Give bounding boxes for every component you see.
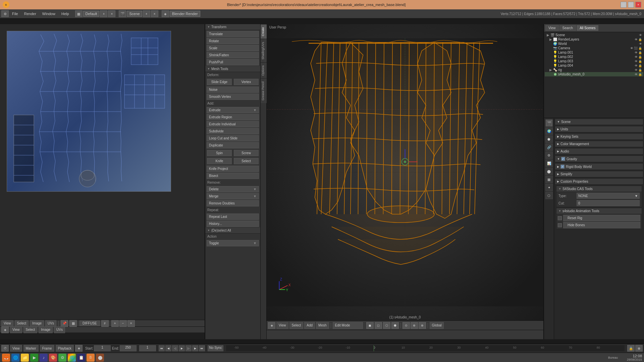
media-player-icon[interactable]: ▶: [30, 354, 38, 362]
extrude-region-btn[interactable]: Extrude Region: [207, 114, 259, 120]
layout-add[interactable]: +: [100, 10, 107, 17]
props-physics-icon[interactable]: ⬡: [545, 192, 553, 199]
app6-icon[interactable]: ⚙: [58, 354, 66, 362]
vp-view-btn[interactable]: View: [276, 322, 288, 329]
scene-add[interactable]: +: [143, 10, 150, 17]
lamp004-eye[interactable]: 👁: [635, 64, 638, 67]
scale-btn[interactable]: Scale: [207, 45, 259, 51]
audio-section-header[interactable]: ▶ Audio: [555, 148, 643, 155]
props-modifiers-icon[interactable]: ⚙: [545, 152, 553, 159]
camera-lock[interactable]: 🔒: [638, 47, 642, 50]
noise-btn[interactable]: Noise: [207, 86, 259, 93]
tree-item-renderlayers[interactable]: ▶ ⬜ RenderLayers 👁 🔒: [545, 37, 643, 42]
lamp004-lock[interactable]: 🔒: [638, 64, 642, 67]
slide-edge-btn[interactable]: Slide Edge: [207, 79, 232, 85]
delete-dropdown[interactable]: Delete ▼: [207, 186, 259, 192]
next-frame-btn[interactable]: ▶: [192, 345, 198, 351]
props-object-icon[interactable]: ⬟: [545, 135, 553, 143]
maximize-button[interactable]: □: [628, 2, 634, 8]
winamp-icon[interactable]: ♪: [40, 354, 48, 362]
tree-item-rig[interactable]: ▶ 🦴 rig 👁 🔒: [545, 68, 643, 72]
s4-reset-rig-checkbox[interactable]: [558, 216, 562, 220]
vp-mode-btn[interactable]: Edit Mode: [333, 322, 363, 329]
props-data-icon[interactable]: 📊: [545, 160, 553, 167]
layout-remove[interactable]: ×: [108, 10, 115, 17]
outliner-tab-all-scenes[interactable]: All Scenes: [577, 25, 598, 31]
s4-anim-header[interactable]: s4studio Animation Tools: [556, 208, 642, 214]
lamp002-lock[interactable]: 🔒: [638, 55, 642, 59]
uv-view-btn[interactable]: View: [1, 320, 13, 327]
smooth-vertex-btn[interactable]: Smooth Vertex: [207, 94, 259, 100]
subdivide-btn[interactable]: Subdivide: [207, 128, 259, 134]
skip-start-btn[interactable]: ⏮: [159, 345, 165, 351]
vertex-btn[interactable]: Vertex: [234, 79, 259, 85]
tree-item-world[interactable]: 🌍 World 👁: [545, 42, 643, 46]
s4-reset-rig-btn[interactable]: Reset Rig: [563, 215, 640, 221]
viewport-3d[interactable]: User Persp: [267, 24, 543, 320]
knife-project-btn[interactable]: Knife Project: [207, 166, 259, 172]
tl-extra2[interactable]: ⊕: [635, 345, 643, 352]
simplify-section-header[interactable]: ▶ Simplify: [555, 171, 643, 177]
close-button[interactable]: ×: [635, 2, 641, 8]
tree-item-scene[interactable]: ▶ 🎬 Scene 👁: [545, 33, 643, 37]
timeline-frame-btn[interactable]: Frame: [40, 345, 54, 352]
select-btn[interactable]: Select: [234, 158, 259, 164]
prev-keyframe-btn[interactable]: ◁: [172, 345, 178, 351]
nosync-select[interactable]: No Sync: [208, 345, 224, 351]
ie-icon[interactable]: 🌐: [11, 354, 19, 362]
s4-cut-field[interactable]: 0: [577, 200, 640, 206]
props-scene-icon[interactable]: 🎬: [545, 119, 553, 127]
tree-item-lamp003[interactable]: 💡 Lamp.003 👁 🔒: [545, 59, 643, 63]
uv-select-btn[interactable]: Select: [15, 320, 29, 327]
vp-pivot-icon[interactable]: ⊙: [402, 322, 410, 329]
lamp002-eye[interactable]: 👁: [635, 55, 638, 59]
timeline-marker-btn[interactable]: Marker: [23, 345, 39, 352]
tab-grease-pencil[interactable]: Grease Pencil: [261, 78, 267, 103]
vp-add-btn[interactable]: Add: [304, 322, 315, 329]
camera-render[interactable]: ⬛: [634, 47, 638, 50]
blender-taskbar-icon[interactable]: B: [87, 354, 95, 362]
uv-ctrl1[interactable]: +: [111, 320, 119, 327]
mesh-tools-arrow[interactable]: [207, 67, 210, 70]
vp-shade4[interactable]: ⬢: [391, 322, 399, 329]
uv-select-btn2[interactable]: Select: [23, 326, 38, 333]
render-engine-selector[interactable]: Blender Render: [170, 11, 200, 17]
prev-frame-btn[interactable]: ◀: [165, 345, 171, 351]
s4-hide-bones-checkbox[interactable]: [558, 223, 562, 227]
vp-magnet-icon[interactable]: ⊗: [419, 322, 426, 329]
vp-viewport-shade[interactable]: ◼: [366, 322, 374, 329]
lamp003-eye[interactable]: 👁: [635, 60, 638, 63]
repeat-last-btn[interactable]: Repeat Last: [207, 214, 259, 220]
scene-selector[interactable]: Scene: [127, 11, 142, 17]
outliner-tab-view[interactable]: View: [545, 25, 559, 31]
shrink-fatten-btn[interactable]: Shrink/Fatten: [207, 52, 259, 58]
uv-ctrl2[interactable]: −: [119, 320, 127, 327]
vp-snap-icon[interactable]: ⊕: [411, 322, 418, 329]
vp-shade3[interactable]: ⬡: [383, 322, 390, 329]
current-frame-input[interactable]: 1: [139, 345, 156, 351]
lamp001-eye[interactable]: 👁: [635, 51, 638, 54]
next-keyframe-btn[interactable]: ▷: [185, 345, 192, 351]
mesh-lock[interactable]: 🔒: [638, 73, 642, 76]
extrude-dropdown[interactable]: Extrude ▼: [207, 107, 259, 113]
layout-selector[interactable]: Default: [83, 11, 100, 17]
scene-section-header[interactable]: ▼ Scene: [555, 119, 643, 125]
menu-help[interactable]: Help: [59, 11, 72, 16]
custom-section-header[interactable]: ▶ Custom Properties: [555, 179, 643, 185]
screw-btn[interactable]: Screw: [234, 150, 259, 156]
transform-arrow[interactable]: [207, 25, 210, 28]
menu-render[interactable]: Render: [21, 11, 39, 16]
paint-icon[interactable]: 🎨: [49, 354, 57, 362]
explorer-icon[interactable]: 📁: [21, 354, 29, 362]
props-texture-icon[interactable]: ▦: [545, 176, 553, 183]
play-btn[interactable]: ▶: [179, 345, 185, 351]
duplicate-btn[interactable]: Duplicate: [207, 142, 259, 148]
camera-eye[interactable]: 👁: [630, 47, 633, 50]
vp-global-btn[interactable]: Global: [430, 322, 444, 329]
minimize-button[interactable]: −: [621, 2, 627, 8]
extrude-individual-btn[interactable]: Extrude Individual: [207, 121, 259, 127]
uv-ctrl3[interactable]: ×: [127, 320, 135, 327]
toggle-dropdown[interactable]: Toggle ▼: [207, 240, 259, 246]
scene-remove[interactable]: ×: [151, 10, 158, 17]
firefox-icon[interactable]: 🦊: [2, 354, 10, 362]
